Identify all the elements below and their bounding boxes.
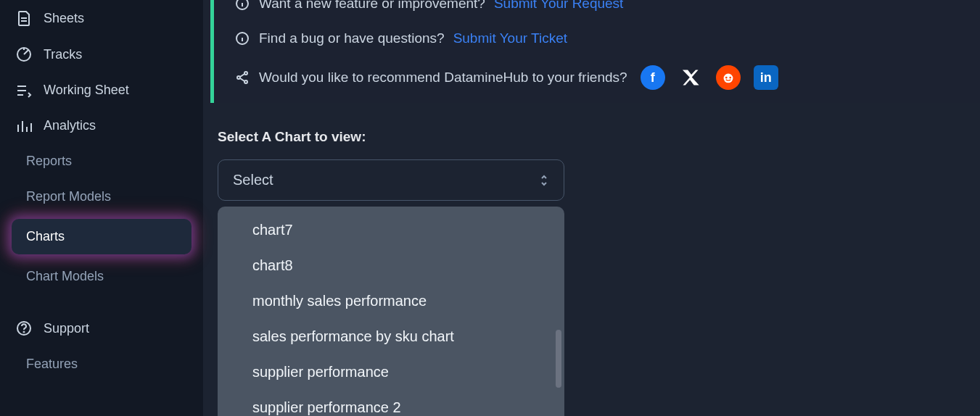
info-panel: Want a new feature or improvement? Submi… [210, 0, 980, 103]
submit-ticket-link[interactable]: Submit Your Ticket [453, 30, 567, 46]
sidebar-subitem-charts[interactable]: Charts [12, 219, 192, 254]
svg-point-8 [723, 74, 733, 83]
facebook-icon[interactable]: f [641, 65, 665, 90]
svg-point-6 [244, 72, 247, 75]
sidebar-subitem-reports[interactable]: Reports [0, 143, 203, 179]
svg-point-10 [729, 77, 731, 79]
sidebar-subitem-label: Charts [26, 229, 65, 244]
sidebar-subitem-label: Chart Models [26, 269, 104, 283]
svg-point-5 [237, 76, 240, 79]
info-text: Want a new feature or improvement? [259, 0, 485, 12]
dropdown-option[interactable]: sales performance by sku chart [218, 319, 564, 354]
file-icon [16, 10, 32, 26]
sidebar-item-sheets[interactable]: Sheets [0, 0, 203, 36]
sidebar-item-label: Support [44, 321, 89, 336]
svg-point-2 [24, 332, 25, 333]
sidebar: Sheets Tracks Working Sheet Analytics Re… [0, 0, 203, 416]
sidebar-item-label: Analytics [44, 118, 96, 133]
help-icon [16, 320, 32, 336]
chevron-updown-icon [539, 173, 549, 188]
sidebar-item-support[interactable]: Support [0, 310, 203, 346]
info-text: Would you like to recommend DatamineHub … [259, 70, 627, 86]
sidebar-subitem-label: Features [26, 357, 78, 371]
info-line-bug: Find a bug or have questions? Submit You… [234, 30, 980, 46]
info-line-share: Would you like to recommend DatamineHub … [234, 65, 980, 90]
reddit-icon[interactable] [716, 65, 741, 90]
select-placeholder: Select [233, 172, 273, 188]
sidebar-item-label: Tracks [44, 47, 82, 62]
main-content: Want a new feature or improvement? Submi… [203, 0, 980, 416]
sidebar-subitem-label: Report Models [26, 189, 111, 204]
chart-select[interactable]: Select [218, 159, 564, 201]
info-icon [234, 30, 250, 46]
edit-icon [16, 83, 32, 98]
sidebar-subitem-features[interactable]: Features [0, 346, 203, 382]
share-icon [234, 70, 250, 86]
sidebar-subitem-chart-models[interactable]: Chart Models [0, 259, 203, 294]
chart-dropdown: chart7 chart8 monthly sales performance … [218, 207, 564, 416]
info-icon [234, 0, 250, 12]
scrollbar[interactable] [556, 330, 561, 388]
info-line-feature: Want a new feature or improvement? Submi… [234, 0, 980, 12]
select-label: Select A Chart to view: [218, 129, 980, 145]
dropdown-option[interactable]: chart7 [218, 212, 564, 248]
sidebar-item-label: Working Sheet [44, 83, 129, 98]
svg-point-9 [725, 77, 728, 79]
sidebar-subitem-label: Reports [26, 154, 72, 168]
sidebar-item-analytics[interactable]: Analytics [0, 108, 203, 143]
bar-chart-icon [16, 119, 32, 133]
sidebar-subitem-report-models[interactable]: Report Models [0, 179, 203, 215]
dropdown-option[interactable]: chart8 [218, 248, 564, 283]
dropdown-option[interactable]: supplier performance [218, 354, 564, 390]
submit-request-link[interactable]: Submit Your Request [494, 0, 624, 12]
info-text: Find a bug or have questions? [259, 30, 445, 46]
linkedin-icon[interactable]: in [754, 65, 778, 90]
sidebar-item-working-sheet[interactable]: Working Sheet [0, 72, 203, 108]
dropdown-option[interactable]: monthly sales performance [218, 283, 564, 319]
select-section: Select A Chart to view: Select chart7 ch… [218, 129, 980, 416]
target-icon [16, 46, 32, 62]
svg-point-7 [244, 80, 247, 83]
sidebar-item-tracks[interactable]: Tracks [0, 36, 203, 72]
social-icons: f in [641, 65, 778, 90]
x-icon[interactable] [678, 65, 703, 90]
dropdown-option[interactable]: supplier performance 2 [218, 390, 564, 416]
sidebar-item-label: Sheets [44, 11, 84, 26]
